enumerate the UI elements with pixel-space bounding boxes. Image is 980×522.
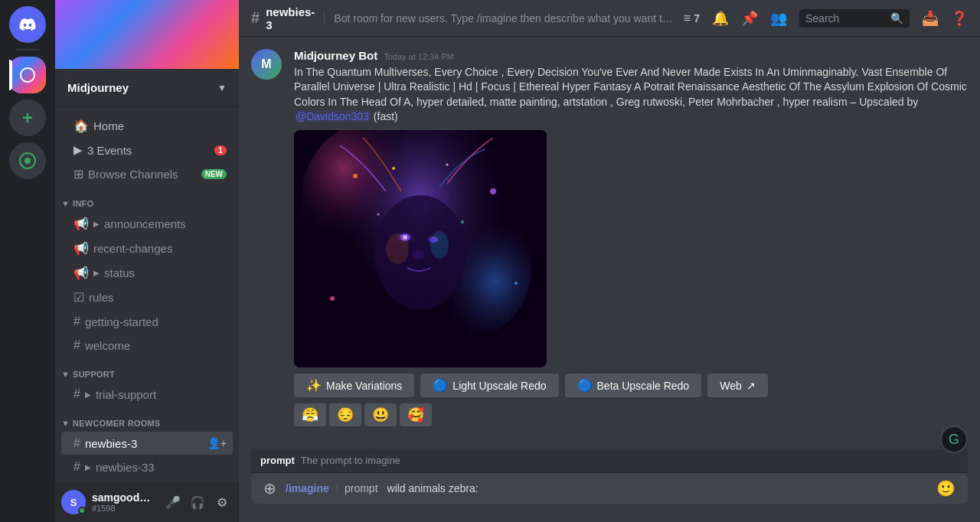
channel-trial-support-label: trial-support <box>96 388 156 401</box>
message-credit: – Upscaled by <box>851 96 919 108</box>
prompt-hint-desc: The prompt to imagine <box>301 455 400 466</box>
emoji-picker-button[interactable]: 🙂 <box>936 479 956 498</box>
search-placeholder: Search <box>805 12 884 24</box>
explore-button[interactable] <box>9 142 46 179</box>
channel-rules[interactable]: ☑ rules <box>61 285 233 309</box>
hash-icon-2: # <box>74 338 80 352</box>
deafen-button[interactable]: 🎧 <box>187 491 208 513</box>
section-info[interactable]: ▼ INFO <box>55 187 239 211</box>
beta-upscale-icon: 🔵 <box>577 378 593 393</box>
beta-upscale-redo-button[interactable]: 🔵 Beta Upscale Redo <box>565 374 702 397</box>
pin-button[interactable]: 📌 <box>741 10 758 27</box>
image-attachment[interactable] <box>294 130 547 367</box>
input-area: prompt The prompt to imagine ⊕ /imagine … <box>239 449 980 522</box>
help-button[interactable]: ❓ <box>951 10 968 27</box>
user-discriminator: #1598 <box>92 504 156 513</box>
events-nav-item[interactable]: ▶ 3 Events 1 <box>61 139 233 161</box>
collapse-icon-1: ▶ <box>93 220 100 228</box>
sad-emoji: 😔 <box>337 406 354 423</box>
section-newcomer-arrow: ▼ <box>61 419 70 428</box>
beta-upscale-label: Beta Upscale Redo <box>597 380 690 392</box>
browse-channels-item[interactable]: ⊞ Browse Channels NEW <box>61 162 233 186</box>
reaction-sad[interactable]: 😔 <box>329 403 361 426</box>
hash-icon-1: # <box>74 315 80 328</box>
happy-emoji: 😃 <box>372 406 389 423</box>
web-button[interactable]: Web ↗ <box>707 374 768 397</box>
collapse-icon-3: ▶ <box>93 269 100 277</box>
prompt-hint-label: prompt <box>260 455 295 466</box>
channel-rules-label: rules <box>89 291 114 304</box>
message-text: In The Quantum Multiverses, Every Choice… <box>294 65 968 124</box>
channel-newbies-33[interactable]: # ▶ newbies-33 <box>61 455 233 478</box>
top-bar-actions: ≡ 7 🔔 📌 👥 Search 🔍 📥 ❓ <box>684 9 968 28</box>
messages-area[interactable]: M Midjourney Bot Today at 12:34 PM In Th… <box>239 37 980 449</box>
light-upscale-redo-button[interactable]: 🔵 Light Upscale Redo <box>420 374 558 397</box>
check-icon: ☑ <box>74 290 84 305</box>
thread-count-badge[interactable]: ≡ 7 <box>684 11 700 25</box>
user-avatar-wrapper: S <box>61 490 86 514</box>
message-group: M Midjourney Bot Today at 12:34 PM In Th… <box>251 49 968 426</box>
command-input[interactable] <box>387 482 927 494</box>
channel-announcements[interactable]: 📢 ▶ announcements <box>61 212 233 236</box>
mute-button[interactable]: 🎤 <box>162 491 184 513</box>
channel-description: Bot room for new users. Type /imagine th… <box>324 12 675 24</box>
reaction-happy[interactable]: 😃 <box>364 403 397 426</box>
slash-command: /imagine | prompt <box>286 481 378 495</box>
server-dropdown-arrow: ▼ <box>217 83 227 93</box>
channel-getting-started[interactable]: # getting-started <box>61 310 233 333</box>
make-variations-button[interactable]: ✨ Make Variations <box>294 374 414 397</box>
section-newcomer-label: NEWCOMER ROOMS <box>73 419 160 428</box>
channel-newbies-33-label: newbies-33 <box>96 461 155 474</box>
channel-sidebar: Midjourney ▼ 🏠 Home ▶ 3 Events 1 ⊞ Brows… <box>55 0 239 522</box>
channel-newbies-3[interactable]: # newbies-3 👤+ <box>61 432 233 455</box>
collapse-icon-trial: ▶ <box>85 390 91 399</box>
face-art-svg <box>294 130 547 367</box>
svg-point-21 <box>386 233 409 264</box>
add-member-icon[interactable]: 👤+ <box>207 437 227 449</box>
channel-recent-changes-label: recent-changes <box>93 242 172 255</box>
reaction-angry[interactable]: 😤 <box>294 403 326 426</box>
user-area: S samgoodw... #1598 🎤 🎧 ⚙ <box>55 482 239 522</box>
channel-trial-support[interactable]: # ▶ trial-support <box>61 383 233 406</box>
channel-hash-icon: # <box>251 9 260 27</box>
svg-point-13 <box>353 174 358 178</box>
user-controls: 🎤 🎧 ⚙ <box>162 491 233 513</box>
web-label: Web <box>720 380 742 392</box>
collapse-icon-newbies-33: ▶ <box>85 463 91 471</box>
reaction-love[interactable]: 🥰 <box>400 403 432 426</box>
svg-point-16 <box>330 296 335 301</box>
message-mention[interactable]: @Davidson303 <box>294 110 371 122</box>
settings-button[interactable]: ⚙ <box>211 491 233 513</box>
server-sidebar: + <box>0 0 55 522</box>
section-info-arrow: ▼ <box>61 199 70 208</box>
scroll-to-bottom-button[interactable]: G <box>940 426 968 453</box>
section-newcomer-rooms[interactable]: ▼ NEWCOMER ROOMS <box>55 406 239 431</box>
discord-home-button[interactable] <box>9 6 46 43</box>
midjourney-server-icon[interactable] <box>9 57 46 93</box>
channel-recent-changes[interactable]: 📢 recent-changes <box>61 237 233 260</box>
action-buttons: ✨ Make Variations 🔵 Light Upscale Redo 🔵… <box>294 374 968 397</box>
svg-point-1 <box>24 158 31 164</box>
generated-image <box>294 130 547 367</box>
channel-welcome[interactable]: # welcome <box>61 334 233 357</box>
members-button[interactable]: 👥 <box>770 10 787 27</box>
events-badge: 1 <box>214 145 227 155</box>
server-name: Midjourney <box>67 81 129 94</box>
inbox-button[interactable]: 📥 <box>922 10 939 27</box>
user-info: samgoodw... #1598 <box>92 491 156 513</box>
server-header[interactable]: Midjourney ▼ <box>55 69 239 107</box>
search-icon: 🔍 <box>890 12 903 24</box>
section-support[interactable]: ▼ SUPPORT <box>55 357 239 382</box>
reaction-buttons: 😤 😔 😃 🥰 <box>294 403 968 426</box>
channel-status[interactable]: 📢 ▶ status <box>61 261 233 285</box>
top-bar: # newbies-3 Bot room for new users. Type… <box>239 0 980 37</box>
home-nav-item[interactable]: 🏠 Home <box>61 114 233 138</box>
add-server-button[interactable]: + <box>9 100 46 136</box>
slash-command-arg: prompt <box>345 482 378 494</box>
mute-channel-button[interactable]: 🔔 <box>712 10 729 27</box>
search-bar[interactable]: Search 🔍 <box>799 9 910 28</box>
section-support-arrow: ▼ <box>61 370 70 379</box>
face-art-bg <box>294 130 547 367</box>
variations-icon: ✨ <box>306 378 322 393</box>
add-attachment-icon[interactable]: ⊕ <box>263 479 276 498</box>
